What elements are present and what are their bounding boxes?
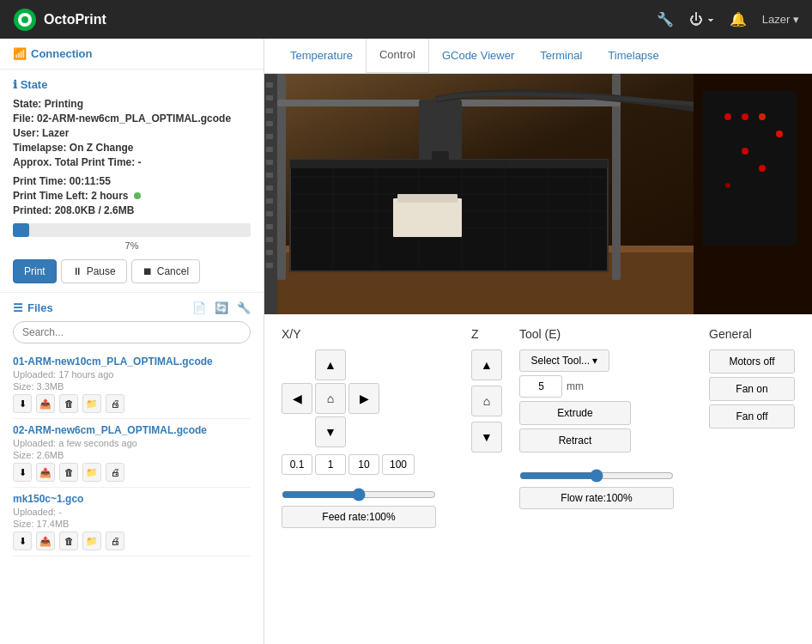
file-name[interactable]: mk150c~1.gco	[13, 493, 251, 505]
progress-bar-fill	[13, 223, 29, 237]
files-title: ☰ Files	[13, 301, 53, 314]
svg-rect-44	[266, 211, 273, 216]
x-plus-button[interactable]: ▶	[348, 383, 379, 414]
fan-off-button[interactable]: Fan off	[709, 404, 795, 428]
step-100-button[interactable]: 100	[382, 454, 415, 475]
wrench-icon[interactable]: 🔧	[657, 11, 674, 27]
svg-point-32	[725, 183, 730, 188]
file-row: File: 02-ARM-new6cm_PLA_OPTIMAL.gcode	[13, 112, 251, 125]
general-title: General	[709, 327, 795, 341]
power-icon[interactable]: ⏻ ▾	[689, 12, 713, 27]
delete-button[interactable]: 🗑	[59, 463, 78, 482]
stop-icon: ⏹	[142, 265, 153, 277]
tab-bar: Temperature Control GCode Viewer Termina…	[264, 39, 812, 74]
content-area: Temperature Control GCode Viewer Termina…	[264, 39, 812, 644]
file-actions: ⬇ 📤 🗑 📁 🖨	[13, 463, 251, 482]
print-file-button[interactable]: 🖨	[106, 463, 124, 482]
tab-temperature[interactable]: Temperature	[277, 39, 366, 74]
refresh-icon[interactable]: 🔄	[215, 301, 228, 314]
state-status-row: State: Printing	[13, 98, 251, 110]
connection-section: 📶 Connection	[0, 39, 264, 70]
load-button[interactable]: 📤	[36, 463, 55, 482]
download-button[interactable]: ⬇	[13, 532, 32, 550]
flow-rate-slider[interactable]	[519, 469, 674, 483]
files-icons: 📄 🔄 🔧	[192, 301, 251, 314]
svg-rect-50	[397, 194, 458, 203]
print-time-row: Print Time: 00:11:55	[13, 175, 251, 187]
tab-gcode-viewer[interactable]: GCode Viewer	[429, 39, 527, 74]
printed-value: 208.0KB / 2.6MB	[55, 204, 135, 216]
print-button[interactable]: Print	[13, 259, 57, 283]
tab-timelapse[interactable]: Timelapse	[595, 39, 671, 74]
retract-button[interactable]: Retract	[519, 428, 631, 453]
print-file-button[interactable]: 🖨	[106, 394, 124, 413]
svg-point-2	[21, 16, 28, 23]
control-columns: X/Y ▲ ◀ ⌂ ▶ ▼ 0.1 1	[282, 327, 795, 528]
search-input[interactable]	[13, 321, 251, 343]
load-button[interactable]: 📤	[36, 532, 55, 550]
bell-icon[interactable]: 🔔	[730, 11, 747, 27]
z-control-col: Z ▲ ⌂ ▼	[471, 327, 502, 453]
file-name[interactable]: 01-ARM-new10cm_PLA_OPTIMAL.gcode	[13, 355, 251, 368]
control-area: X/Y ▲ ◀ ⌂ ▶ ▼ 0.1 1	[264, 314, 812, 541]
download-button[interactable]: ⬇	[13, 463, 32, 482]
pause-button[interactable]: ⏸ Pause	[61, 259, 127, 283]
tab-terminal[interactable]: Terminal	[527, 39, 595, 74]
motors-off-button[interactable]: Motors off	[709, 349, 795, 374]
extrude-amount-input[interactable]	[519, 375, 562, 398]
camera-feed	[264, 74, 812, 314]
svg-point-29	[776, 131, 783, 137]
select-tool-button[interactable]: Select Tool... ▾	[519, 349, 609, 372]
settings-icon[interactable]: 🔧	[237, 301, 251, 314]
file-size-meta: Size: 2.6MB	[13, 450, 251, 460]
fan-on-button[interactable]: Fan on	[709, 377, 795, 401]
new-file-icon[interactable]: 📄	[192, 301, 206, 314]
step-10-button[interactable]: 10	[348, 454, 379, 475]
xy-title: X/Y	[282, 327, 454, 341]
x-minus-button[interactable]: ◀	[282, 383, 312, 414]
print-time-left-value: 2 hours	[91, 190, 128, 202]
svg-point-30	[742, 148, 748, 155]
svg-rect-40	[266, 160, 273, 165]
tab-control[interactable]: Control	[366, 39, 429, 74]
brand-name: OctoPrint	[44, 12, 106, 27]
folder-button[interactable]: 📁	[82, 394, 101, 413]
print-file-button[interactable]: 🖨	[106, 532, 124, 550]
flow-rate-button[interactable]: Flow rate:100%	[519, 487, 674, 509]
svg-rect-39	[266, 147, 273, 152]
cancel-button[interactable]: ⏹ Cancel	[131, 259, 200, 283]
status-dot-icon	[134, 192, 141, 199]
print-controls: Print ⏸ Pause ⏹ Cancel	[13, 259, 251, 283]
xy-grid: ▲ ◀ ⌂ ▶ ▼	[282, 349, 454, 447]
load-button[interactable]: 📤	[36, 394, 55, 413]
svg-rect-22	[419, 100, 462, 160]
user-menu[interactable]: Lazer ▾	[762, 13, 799, 26]
delete-button[interactable]: 🗑	[59, 532, 78, 550]
y-plus-button[interactable]: ▲	[315, 349, 346, 380]
svg-rect-38	[266, 134, 273, 139]
y-minus-button[interactable]: ▼	[315, 416, 346, 447]
list-item: 01-ARM-new10cm_PLA_OPTIMAL.gcode Uploade…	[13, 350, 251, 419]
empty-cell	[348, 349, 379, 380]
feed-rate-slider[interactable]	[282, 488, 436, 501]
feed-rate-button[interactable]: Feed rate:100%	[282, 506, 436, 528]
svg-rect-23	[432, 151, 449, 164]
svg-rect-43	[266, 198, 273, 204]
z-plus-button[interactable]: ▲	[471, 349, 502, 380]
file-name[interactable]: 02-ARM-new6cm_PLA_OPTIMAL.gcode	[13, 424, 251, 436]
folder-button[interactable]: 📁	[82, 463, 101, 482]
z-minus-button[interactable]: ▼	[471, 422, 502, 453]
state-section-title: ℹ State	[13, 78, 251, 91]
folder-button[interactable]: 📁	[82, 532, 101, 550]
printer-camera-image	[264, 74, 812, 314]
step-01-button[interactable]: 0.1	[282, 454, 312, 475]
extrude-button[interactable]: Extrude	[519, 401, 631, 425]
xy-home-button[interactable]: ⌂	[315, 383, 346, 414]
files-header: ☰ Files 📄 🔄 🔧	[13, 301, 251, 314]
z-home-button[interactable]: ⌂	[471, 386, 502, 416]
progress-text: 7%	[13, 240, 251, 251]
file-actions: ⬇ 📤 🗑 📁 🖨	[13, 394, 251, 413]
delete-button[interactable]: 🗑	[59, 394, 78, 413]
download-button[interactable]: ⬇	[13, 394, 32, 413]
step-1-button[interactable]: 1	[315, 454, 346, 475]
